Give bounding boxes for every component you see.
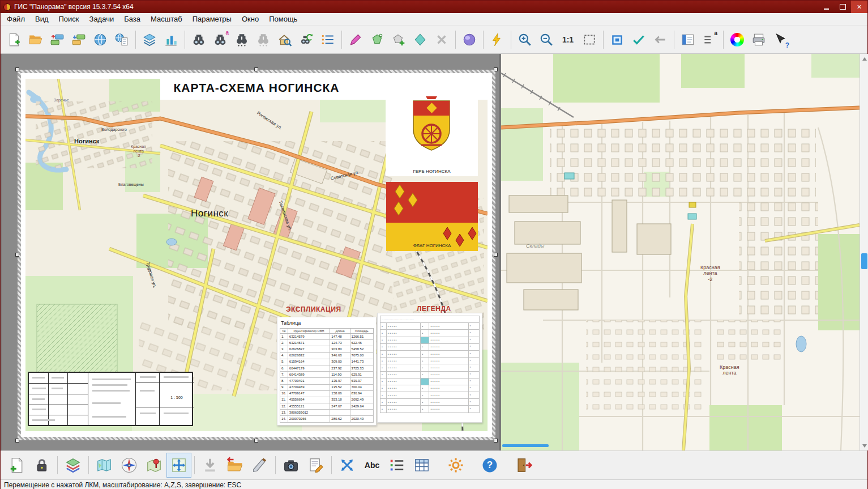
color-settings-button[interactable] bbox=[726, 28, 748, 51]
color-wheel-icon bbox=[730, 33, 744, 46]
select-by-condition-button[interactable] bbox=[409, 28, 431, 51]
snapshot-button[interactable] bbox=[279, 453, 303, 478]
zoom-out-button[interactable] bbox=[536, 28, 557, 51]
menu-search[interactable]: Поиск bbox=[54, 14, 84, 24]
layout-page[interactable]: КАРТА-СХЕМА НОГИНСКА Заречье Володарског… bbox=[21, 73, 492, 437]
menu-view[interactable]: Вид bbox=[30, 14, 54, 24]
locate-pin-button[interactable] bbox=[142, 453, 166, 478]
lock-editing-button[interactable] bbox=[29, 453, 54, 478]
vertical-scrollbar[interactable] bbox=[860, 54, 868, 450]
layout-pane[interactable]: КАРТА-СХЕМА НОГИНСКА Заречье Володарског… bbox=[2, 54, 499, 450]
new-document-icon bbox=[7, 32, 22, 47]
settings-button[interactable] bbox=[443, 453, 468, 478]
legend-row: •• • • • ••• • • • •* bbox=[380, 385, 480, 392]
pan-frame-button[interactable] bbox=[606, 28, 628, 51]
map-diagram-button[interactable] bbox=[160, 28, 182, 51]
vertical-scrollbar-thumb[interactable] bbox=[861, 253, 867, 269]
layer-stack-button[interactable] bbox=[61, 453, 85, 478]
selection-handle[interactable] bbox=[494, 253, 498, 257]
move-split-button[interactable] bbox=[335, 453, 360, 478]
horizontal-scrollbar-thumb[interactable] bbox=[502, 444, 549, 447]
legend-row: •• • • • ••• • • • •* bbox=[380, 364, 480, 371]
undo-disabled-button[interactable] bbox=[649, 28, 671, 51]
menu-database[interactable]: База bbox=[119, 14, 146, 24]
emblem-panel[interactable]: ГЕРБ НОГИНСКА bbox=[386, 94, 478, 176]
edit-document-button[interactable] bbox=[303, 453, 328, 478]
open-folder-button[interactable] bbox=[25, 28, 46, 51]
open-wms-document-button[interactable] bbox=[111, 28, 132, 51]
apply-button[interactable] bbox=[628, 28, 649, 51]
add-object-button[interactable] bbox=[388, 28, 409, 51]
open-geoportal-button[interactable] bbox=[89, 28, 111, 51]
menu-file[interactable]: Файл bbox=[2, 14, 30, 24]
selection-handle[interactable] bbox=[15, 253, 19, 257]
menu-help[interactable]: Помощь bbox=[264, 14, 302, 24]
selection-handle[interactable] bbox=[15, 439, 19, 443]
select-polygon-button[interactable] bbox=[366, 28, 388, 51]
scale-1-1-button[interactable]: 1:1 bbox=[557, 28, 579, 51]
export-data-button[interactable] bbox=[68, 28, 89, 51]
search-refresh-button[interactable] bbox=[296, 28, 317, 51]
quick-draw-button[interactable] bbox=[486, 28, 508, 51]
objects-list-colored-button[interactable] bbox=[384, 453, 409, 478]
table-caption: Таблица bbox=[281, 320, 374, 326]
flag-caption: ФЛАГ НОГИНСКА bbox=[386, 243, 478, 248]
map-sheet-button[interactable] bbox=[92, 453, 117, 478]
import-data-button[interactable] bbox=[46, 28, 68, 51]
zoom-frame-button[interactable] bbox=[579, 28, 600, 51]
compass-button[interactable] bbox=[117, 453, 142, 478]
attribute-table-button[interactable] bbox=[409, 453, 434, 478]
selection-handle[interactable] bbox=[15, 67, 19, 71]
what-is-this-button[interactable]: ? bbox=[769, 28, 791, 51]
exit-button[interactable] bbox=[511, 453, 536, 478]
layers-panel-button[interactable] bbox=[139, 28, 160, 51]
layout-page-selection[interactable]: КАРТА-СХЕМА НОГИНСКА Заречье Володарског… bbox=[18, 70, 495, 440]
create-object-button[interactable] bbox=[5, 453, 29, 478]
menu-scale[interactable]: Масштаб bbox=[146, 14, 187, 24]
selection-handle[interactable] bbox=[494, 439, 498, 443]
search-selected-disabled-button[interactable] bbox=[253, 28, 274, 51]
save-to-folder-button[interactable] bbox=[223, 453, 247, 478]
maximize-button[interactable] bbox=[835, 1, 851, 13]
objects-list-button[interactable] bbox=[317, 28, 339, 51]
insert-disabled-button[interactable] bbox=[198, 453, 223, 478]
city-map[interactable] bbox=[501, 54, 860, 450]
flag-panel[interactable]: ФЛАГ НОГИНСКА bbox=[386, 182, 478, 251]
legend-row: •• • • • ••• • • • •* bbox=[380, 371, 480, 378]
menu-tasks[interactable]: Задачи bbox=[84, 14, 119, 24]
print-button[interactable] bbox=[748, 28, 769, 51]
scroll-up-button[interactable] bbox=[860, 54, 868, 63]
clear-selection-disabled-button[interactable] bbox=[431, 28, 452, 51]
close-button[interactable] bbox=[851, 1, 867, 13]
table-row: 11.45556694353.182092.49 bbox=[280, 397, 374, 403]
search-button[interactable] bbox=[188, 28, 209, 51]
selection-handle[interactable] bbox=[254, 67, 258, 71]
statusbar: Перемещение с нажатой ЛКМ, масштабирован… bbox=[1, 479, 867, 489]
menu-options[interactable]: Параметры bbox=[187, 14, 237, 24]
marker-tool-button[interactable] bbox=[345, 28, 366, 51]
scroll-down-button[interactable] bbox=[860, 441, 868, 450]
search-address-button[interactable] bbox=[274, 28, 296, 51]
search-more-button[interactable] bbox=[231, 28, 253, 51]
letter-a-badge: a bbox=[225, 29, 229, 36]
selection-handle[interactable] bbox=[254, 439, 258, 443]
house-search-icon bbox=[277, 32, 292, 47]
new-document-button[interactable] bbox=[3, 28, 25, 51]
pan-mode-button[interactable] bbox=[166, 453, 191, 478]
diamond-icon bbox=[413, 32, 427, 47]
legend-table-body: •• • • • ••• • • • •*•• • • • ••• • • • … bbox=[380, 323, 480, 413]
scale-label: 1:1 bbox=[562, 35, 574, 44]
text-labels-button[interactable]: Abc bbox=[360, 453, 384, 478]
menu-window[interactable]: Окно bbox=[237, 14, 264, 24]
map-pane[interactable]: Склады Красная лента -2 Красная лента bbox=[501, 54, 860, 450]
minimize-button[interactable] bbox=[818, 1, 835, 13]
info-panel-button[interactable] bbox=[677, 28, 699, 51]
view-3d-button[interactable] bbox=[459, 28, 480, 51]
legend-list-button[interactable]: a bbox=[699, 28, 720, 51]
zoom-in-button[interactable] bbox=[514, 28, 536, 51]
help-button[interactable]: ? bbox=[477, 453, 502, 478]
selection-handle[interactable] bbox=[494, 67, 498, 71]
search-by-name-button[interactable]: a bbox=[209, 28, 231, 51]
cutter-button[interactable] bbox=[247, 453, 272, 478]
dashed-frame-icon bbox=[582, 32, 597, 47]
